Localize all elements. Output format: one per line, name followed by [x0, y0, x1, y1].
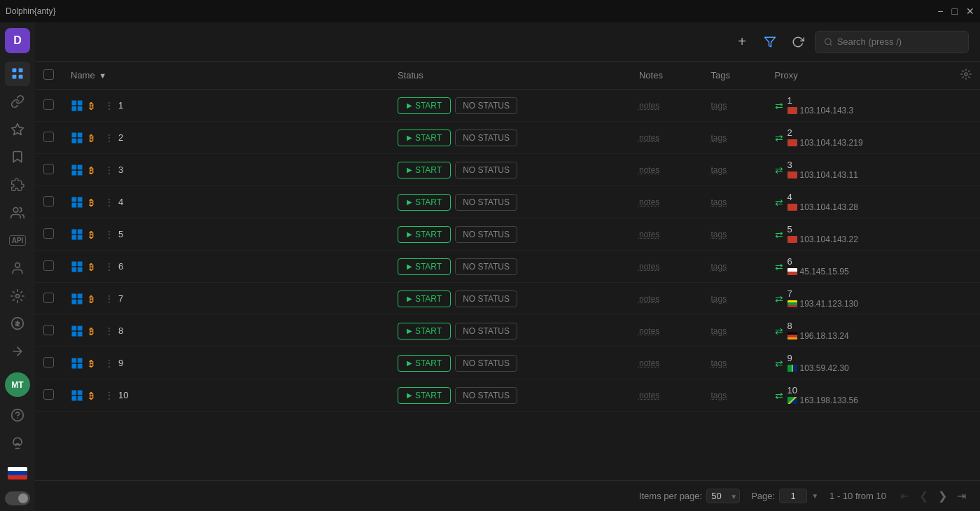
next-page-button[interactable]: ❯ [935, 488, 950, 504]
row-tags-cell[interactable]: tags [703, 347, 766, 379]
row-tags-cell[interactable]: tags [703, 186, 766, 218]
row-menu-icon[interactable]: ⋮ [104, 132, 114, 144]
row-tags-cell[interactable]: tags [703, 251, 766, 283]
row-menu-icon[interactable]: ⋮ [104, 358, 114, 369]
row-menu-icon[interactable]: ⋮ [104, 100, 114, 111]
row-checkbox[interactable] [43, 132, 54, 142]
row-notes-cell[interactable]: notes [631, 90, 703, 122]
notes-text[interactable]: notes [639, 326, 659, 336]
row-menu-icon[interactable]: ⋮ [104, 164, 114, 176]
start-button[interactable]: ▶ START [398, 355, 451, 372]
sidebar-item-bookmarks[interactable] [5, 145, 30, 170]
row-tags-cell[interactable]: tags [703, 218, 766, 251]
maximize-button[interactable]: □ [952, 6, 958, 16]
column-settings-icon[interactable] [960, 69, 972, 80]
notes-text[interactable]: notes [639, 294, 659, 304]
sort-icon[interactable]: ▼ [99, 71, 106, 80]
row-notes-cell[interactable]: notes [631, 251, 703, 283]
tags-text[interactable]: tags [711, 326, 727, 336]
proxy-refresh-icon[interactable]: ⇄ [775, 390, 783, 401]
sidebar-item-support[interactable] [5, 402, 30, 428]
sidebar-item-transfer[interactable] [5, 339, 30, 364]
tags-text[interactable]: tags [711, 230, 727, 239]
row-tags-cell[interactable]: tags [703, 90, 766, 122]
row-notes-cell[interactable]: notes [631, 154, 703, 186]
status-button[interactable]: NO STATUS [455, 258, 517, 275]
proxy-refresh-icon[interactable]: ⇄ [775, 197, 783, 208]
tags-text[interactable]: tags [711, 358, 727, 368]
sidebar-item-profiles[interactable] [5, 62, 30, 87]
row-menu-icon[interactable]: ⋮ [104, 229, 114, 240]
tags-text[interactable]: tags [711, 294, 727, 304]
sidebar-item-favorites[interactable] [5, 117, 30, 142]
notes-text[interactable]: notes [639, 197, 659, 207]
status-button[interactable]: NO STATUS [455, 355, 517, 372]
start-button[interactable]: ▶ START [398, 194, 451, 211]
proxy-refresh-icon[interactable]: ⇄ [775, 261, 783, 272]
filter-button[interactable] [759, 31, 781, 53]
status-button[interactable]: NO STATUS [455, 387, 517, 404]
row-menu-icon[interactable]: ⋮ [104, 293, 114, 304]
notes-text[interactable]: notes [639, 230, 659, 239]
start-button[interactable]: ▶ START [398, 258, 451, 275]
row-checkbox[interactable] [43, 357, 54, 368]
search-bar[interactable] [815, 31, 969, 53]
start-button[interactable]: ▶ START [398, 290, 451, 307]
proxy-refresh-icon[interactable]: ⇄ [775, 326, 783, 337]
row-checkbox[interactable] [43, 196, 54, 206]
row-menu-icon[interactable]: ⋮ [104, 261, 114, 272]
row-notes-cell[interactable]: notes [631, 379, 703, 412]
sidebar-item-contacts[interactable] [5, 255, 30, 281]
proxy-refresh-icon[interactable]: ⇄ [775, 358, 783, 369]
start-button[interactable]: ▶ START [398, 162, 451, 178]
row-checkbox[interactable] [43, 164, 54, 174]
user-avatar[interactable]: MT [5, 372, 30, 398]
proxy-refresh-icon[interactable]: ⇄ [775, 293, 783, 304]
notes-text[interactable]: notes [639, 391, 659, 400]
select-all-checkbox[interactable] [43, 69, 54, 80]
last-page-button[interactable]: ⇥ [954, 488, 969, 504]
sidebar-item-api[interactable]: API [5, 227, 30, 253]
row-checkbox[interactable] [43, 325, 54, 335]
row-tags-cell[interactable]: tags [703, 154, 766, 186]
page-down-icon[interactable]: ▼ [811, 492, 818, 500]
tags-text[interactable]: tags [711, 165, 727, 175]
row-tags-cell[interactable]: tags [703, 122, 766, 154]
start-button[interactable]: ▶ START [398, 323, 451, 340]
status-button[interactable]: NO STATUS [455, 194, 517, 211]
close-button[interactable]: ✕ [966, 6, 974, 16]
row-menu-icon[interactable]: ⋮ [104, 390, 114, 401]
proxy-refresh-icon[interactable]: ⇄ [775, 132, 783, 144]
row-checkbox[interactable] [43, 389, 54, 400]
sidebar-item-language[interactable] [5, 461, 30, 486]
notes-text[interactable]: notes [639, 358, 659, 368]
row-checkbox[interactable] [43, 228, 54, 239]
status-button[interactable]: NO STATUS [455, 162, 517, 178]
theme-toggle[interactable] [5, 491, 30, 505]
refresh-button[interactable] [787, 31, 809, 53]
start-button[interactable]: ▶ START [398, 130, 451, 146]
items-per-page-select[interactable]: 50 100 200 [706, 489, 740, 503]
search-input[interactable] [837, 36, 960, 47]
row-checkbox[interactable] [43, 293, 54, 303]
proxy-refresh-icon[interactable]: ⇄ [775, 229, 783, 240]
tags-text[interactable]: tags [711, 262, 727, 272]
sidebar-item-payments[interactable] [5, 311, 30, 336]
row-menu-icon[interactable]: ⋮ [104, 326, 114, 337]
status-button[interactable]: NO STATUS [455, 97, 517, 114]
notes-text[interactable]: notes [639, 133, 659, 143]
sidebar-item-settings[interactable] [5, 284, 30, 309]
proxy-refresh-icon[interactable]: ⇄ [775, 164, 783, 176]
add-profile-button[interactable]: + [731, 31, 753, 53]
row-notes-cell[interactable]: notes [631, 186, 703, 218]
status-button[interactable]: NO STATUS [455, 323, 517, 340]
page-input[interactable] [779, 489, 807, 503]
row-tags-cell[interactable]: tags [703, 379, 766, 412]
tags-text[interactable]: tags [711, 197, 727, 207]
row-notes-cell[interactable]: notes [631, 122, 703, 154]
start-button[interactable]: ▶ START [398, 387, 451, 404]
sidebar-item-tips[interactable] [5, 430, 30, 456]
minimize-button[interactable]: − [937, 6, 943, 16]
prev-page-button[interactable]: ❮ [916, 488, 931, 504]
start-button[interactable]: ▶ START [398, 97, 451, 114]
